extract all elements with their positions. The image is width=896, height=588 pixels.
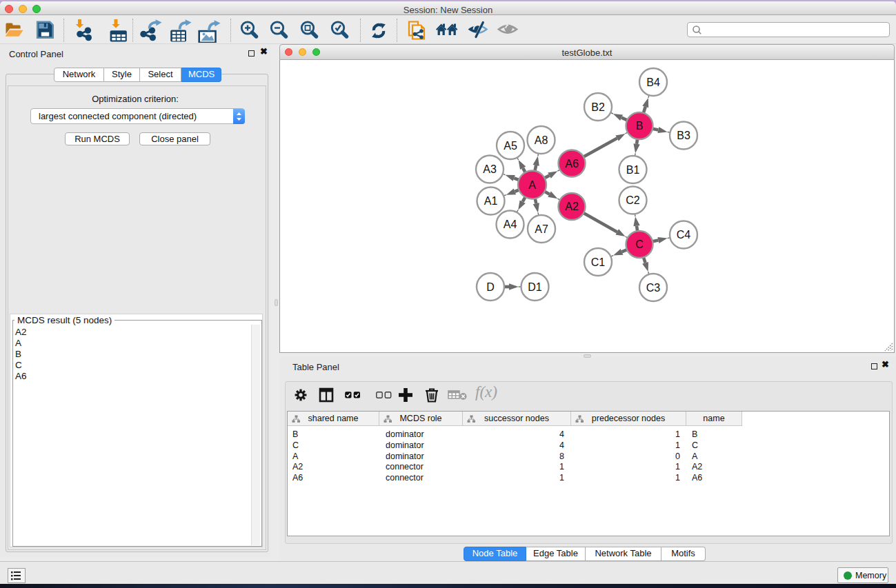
svg-text:A8: A8 — [535, 134, 548, 146]
svg-text:D1: D1 — [528, 281, 542, 293]
svg-text:C1: C1 — [591, 256, 606, 268]
svg-text:C3: C3 — [646, 282, 661, 294]
svg-text:A6: A6 — [565, 158, 579, 170]
svg-text:D: D — [486, 281, 495, 293]
svg-text:A2: A2 — [565, 201, 579, 212]
svg-text:B: B — [636, 120, 644, 132]
svg-text:A3: A3 — [483, 163, 497, 175]
svg-text:A: A — [528, 179, 536, 191]
svg-text:B2: B2 — [591, 101, 605, 113]
svg-text:C2: C2 — [626, 194, 640, 206]
svg-text:A1: A1 — [484, 195, 498, 207]
svg-text:A7: A7 — [535, 223, 548, 235]
svg-text:C4: C4 — [677, 229, 691, 241]
svg-text:C: C — [635, 239, 644, 250]
svg-text:A4: A4 — [504, 219, 517, 230]
svg-text:A5: A5 — [504, 140, 517, 152]
svg-text:B4: B4 — [646, 77, 660, 88]
svg-text:B1: B1 — [626, 164, 640, 176]
svg-text:B3: B3 — [677, 130, 690, 141]
